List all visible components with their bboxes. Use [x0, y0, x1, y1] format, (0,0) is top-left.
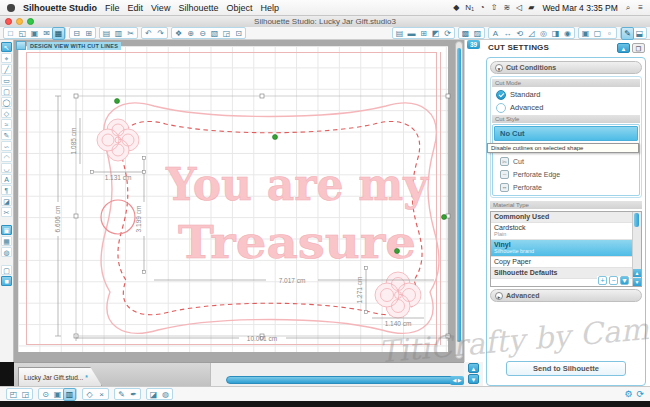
spotlight-search-icon[interactable]: ⌕ — [626, 3, 630, 13]
notes-tool[interactable]: ¶ — [1, 185, 12, 195]
curve-tool[interactable]: ≈ — [1, 119, 12, 129]
redo-icon[interactable]: ↷ — [155, 28, 166, 39]
white-swatch-tool[interactable]: ▢ — [1, 265, 12, 275]
knife-tool[interactable]: ✂ — [1, 207, 12, 217]
cut-style-perforate[interactable]: ╍ Perforate — [494, 181, 638, 194]
design-text-line1[interactable]: You are my — [165, 158, 430, 211]
zoom-selected-icon[interactable]: ⊙ — [40, 389, 51, 400]
ruler-icon[interactable]: ▬ — [406, 28, 417, 39]
page-settings-icon[interactable]: ▤ — [394, 28, 405, 39]
paste-icon[interactable]: ▤ — [101, 28, 112, 39]
material-vinyl[interactable]: Vinyl Silhouette brand — [491, 240, 632, 257]
text-style-icon[interactable]: A — [490, 28, 501, 39]
menu-edit[interactable]: Edit — [128, 3, 144, 13]
print-icon[interactable]: ⊟ — [71, 28, 82, 39]
grid-settings-icon[interactable]: ⊞ — [418, 28, 429, 39]
document-tab[interactable]: Lucky Jar Gift.stud... * — [18, 367, 102, 386]
flexishape-tool[interactable]: ◡ — [1, 163, 12, 173]
scroll-up-button[interactable]: ▲ — [468, 363, 479, 373]
advanced-section[interactable]: ▸ Advanced — [490, 289, 642, 302]
scroll-down-button[interactable]: ▼ — [468, 374, 479, 384]
rectangle-tool[interactable]: ▭ — [1, 75, 12, 85]
bring-forward-icon[interactable]: ◰ — [8, 389, 19, 400]
duplicate-icon[interactable]: ▥ — [64, 389, 75, 400]
zoom-out-icon[interactable]: ⊖ — [197, 28, 208, 39]
collapse-section-icon[interactable]: ▾ — [495, 64, 503, 72]
drag-zoom-icon[interactable]: ▧ — [209, 28, 220, 39]
move-icon[interactable]: ↔ — [502, 28, 513, 39]
menu-silhouette[interactable]: Silhouette — [178, 3, 218, 13]
material-dropdown-button[interactable]: ▼ — [620, 276, 629, 285]
material-scrollbar[interactable]: ▲ ▼ — [632, 212, 641, 286]
fit-page-icon[interactable]: ⊡ — [233, 28, 244, 39]
apple-icon[interactable] — [7, 4, 15, 12]
battery-icon[interactable]: ▰ — [528, 3, 534, 12]
pan-icon[interactable]: ❖ — [173, 28, 184, 39]
menu-help[interactable]: Help — [260, 3, 279, 13]
notification-icon[interactable]: N₁ — [465, 3, 473, 12]
material-scrollbar-thumb[interactable] — [634, 213, 639, 227]
material-copy-paper[interactable]: Copy Paper — [491, 257, 632, 268]
notification-center-icon[interactable]: ≡ — [638, 3, 643, 12]
cut-conditions-section[interactable]: ▾ Cut Conditions — [490, 61, 642, 74]
polygon-tool[interactable]: ◇ — [1, 108, 12, 118]
smooth-freehand-tool[interactable]: ∽ — [1, 141, 12, 151]
radio-icon[interactable] — [496, 90, 506, 100]
display-settings-icon[interactable]: ⬓ — [634, 28, 645, 39]
cursor-flag-icon[interactable] — [16, 41, 26, 50]
line-style-icon[interactable]: ▨ — [472, 28, 483, 39]
registration-marks-icon[interactable]: ◩ — [430, 28, 441, 39]
scale-icon[interactable]: ◿ — [526, 28, 537, 39]
horizontal-scrollbar-thumb[interactable] — [226, 376, 456, 384]
material-cardstock[interactable]: Cardstock Plain — [491, 223, 632, 240]
dropbox-icon[interactable]: ◆ — [453, 3, 459, 12]
wifi-icon[interactable]: ≋ — [503, 3, 510, 12]
group-icon[interactable]: ▣ — [52, 389, 63, 400]
panels-icon[interactable]: ▫ — [604, 28, 615, 39]
eraser-small-icon[interactable]: ◪ — [148, 389, 159, 400]
cut-job-icon[interactable]: ⊞ — [83, 28, 94, 39]
arc-tool[interactable]: ◠ — [1, 152, 12, 162]
blue-swatch-tool[interactable]: ■ — [1, 276, 12, 286]
cut-settings-icon[interactable]: ✎ — [622, 28, 633, 39]
pen-alt-icon[interactable]: ✒ — [128, 389, 139, 400]
zoom-selection-icon[interactable]: ◲ — [221, 28, 232, 39]
design-canvas[interactable]: You are my Treasure 10.001 cm 7.017 — [14, 40, 464, 362]
rotate-view-icon[interactable]: ⟳ — [442, 28, 453, 39]
circle-shape[interactable] — [101, 200, 135, 234]
copy-icon[interactable]: ▥ — [113, 28, 124, 39]
detach-panel-button[interactable]: ❐ — [632, 43, 645, 53]
edit-points-tool[interactable]: ⌖ — [1, 53, 12, 63]
mat-tool[interactable]: ▦ — [1, 236, 12, 246]
design-text-line2[interactable]: Treasure — [178, 216, 416, 269]
store-window-icon[interactable]: ▢ — [592, 28, 603, 39]
design-text[interactable]: You are my Treasure — [165, 158, 430, 269]
page-count-badge[interactable]: 39 — [467, 40, 480, 49]
rounded-rectangle-tool[interactable]: ▢ — [1, 86, 12, 96]
progress-icon[interactable]: ◔ — [480, 3, 485, 12]
menu-object[interactable]: Object — [226, 3, 252, 13]
cut-style-perforate-edge[interactable]: ┄ Perforate Edge — [494, 168, 638, 181]
modify-icon[interactable]: ◉ — [562, 28, 573, 39]
freehand-tool[interactable]: ✎ — [1, 130, 12, 140]
mirror-icon[interactable]: ◨ — [550, 28, 561, 39]
menu-file[interactable]: File — [105, 3, 120, 13]
remove-material-button[interactable]: − — [609, 276, 618, 285]
line-tool[interactable]: ╱ — [1, 64, 12, 74]
gear-icon[interactable]: ⚙ — [624, 389, 632, 399]
delete-icon[interactable]: × — [96, 389, 107, 400]
select-tool[interactable]: ↖ — [1, 42, 12, 52]
cut-mode-advanced[interactable]: Advanced — [492, 101, 640, 114]
fill-small-icon[interactable]: ◍ — [160, 389, 171, 400]
cut-style-cut[interactable]: ✂ Cut — [494, 155, 638, 168]
save-to-library-icon[interactable]: ✉ — [41, 28, 52, 39]
radio-icon[interactable] — [496, 103, 506, 113]
shape-icon[interactable]: ◇ — [84, 389, 95, 400]
material-commonly-used[interactable]: Commonly Used — [491, 212, 632, 223]
menu-app-name[interactable]: Silhouette Studio — [23, 3, 97, 13]
update-icon[interactable]: ⇧ — [491, 3, 498, 12]
new-document-icon[interactable]: □ — [5, 28, 16, 39]
rotate-icon[interactable]: ⟲ — [514, 28, 525, 39]
collapse-panel-button[interactable]: ▲ — [617, 43, 630, 53]
menu-view[interactable]: View — [151, 3, 170, 13]
